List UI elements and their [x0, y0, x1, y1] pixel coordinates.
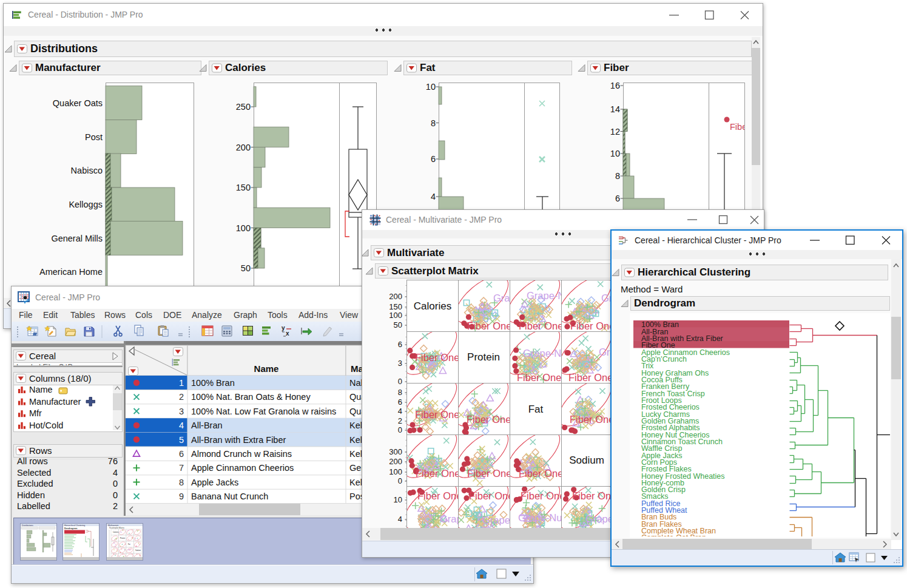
svg-text:Almond Crunch w Raisins: Almond Crunch w Raisins	[191, 449, 292, 459]
svg-text:6: 6	[431, 154, 436, 164]
svg-text:All-Bran with Extra Fiber: All-Bran with Extra Fiber	[191, 435, 286, 445]
svg-text:Fiber One: Fiber One	[415, 409, 459, 420]
svg-text:Calories: Calories	[113, 531, 119, 533]
svg-text:8: 8	[179, 478, 184, 487]
svg-text:Hierarchical Clustering: Hierarchical Clustering	[64, 524, 85, 527]
svg-text:Nabisco: Nabisco	[71, 166, 103, 175]
svg-text:Dendrogram: Dendrogram	[64, 527, 77, 530]
svg-text:50: 50	[394, 320, 402, 329]
svg-text:American Home: American Home	[39, 267, 103, 277]
svg-text:10: 10	[610, 149, 620, 158]
svg-text:50: 50	[241, 263, 251, 273]
svg-text:Fiber One: Fiber One	[469, 490, 513, 501]
svg-text:9: 9	[179, 492, 184, 501]
svg-text:0: 0	[398, 425, 402, 434]
svg-text:Fat: Fat	[128, 543, 130, 546]
svg-text:Apple Jacks: Apple Jacks	[191, 478, 238, 487]
svg-text:6: 6	[615, 194, 620, 203]
svg-text:16: 16	[610, 81, 620, 90]
svg-text:250: 250	[236, 102, 251, 112]
svg-text:Multivariate: Multivariate	[108, 524, 118, 527]
svg-text:1: 1	[179, 378, 184, 388]
svg-text:100% Nat. Low Fat Granola w ra: 100% Nat. Low Fat Granola w raisins	[191, 407, 336, 416]
svg-text:150: 150	[389, 302, 402, 311]
svg-text:Fiber One: Fiber One	[519, 320, 563, 331]
svg-text:100: 100	[236, 223, 251, 233]
svg-text:100: 100	[389, 311, 402, 320]
svg-text:4: 4	[431, 192, 436, 201]
svg-text:3: 3	[398, 359, 402, 368]
svg-text:Calories: Calories	[414, 300, 451, 312]
svg-text:100% Bran: 100% Bran	[191, 378, 235, 388]
svg-text:Fiber One: Fiber One	[570, 414, 614, 425]
svg-text:4: 4	[179, 421, 184, 430]
svg-text:Quaker Oats: Quaker Oats	[53, 98, 103, 108]
svg-text:3: 3	[179, 407, 184, 416]
svg-text:0: 0	[398, 476, 402, 485]
svg-text:6: 6	[398, 340, 402, 349]
svg-text:Fiber One: Fiber One	[570, 320, 615, 331]
svg-text:Post: Post	[85, 132, 103, 142]
svg-text:Sodium: Sodium	[135, 549, 141, 552]
svg-text:7: 7	[179, 463, 184, 473]
svg-text:Fiber One: Fiber One	[519, 468, 563, 479]
svg-text:8: 8	[615, 171, 620, 181]
svg-text:100% Nat. Bran Oats & Honey: 100% Nat. Bran Oats & Honey	[191, 392, 311, 402]
svg-text:Protein: Protein	[120, 537, 126, 539]
svg-text:Scatterplot Matrix: Scatterplot Matrix	[109, 527, 124, 529]
svg-text:Distributions: Distributions	[22, 524, 33, 527]
svg-text:Fiber One: Fiber One	[416, 468, 460, 479]
svg-text:Fat: Fat	[528, 404, 544, 415]
svg-text:300: 300	[389, 447, 402, 456]
svg-text:5: 5	[179, 435, 184, 445]
svg-text:150: 150	[236, 183, 251, 192]
svg-text:14: 14	[610, 104, 620, 114]
svg-text:Banana Nut Crunch: Banana Nut Crunch	[191, 492, 268, 501]
svg-text:Fiber One: Fiber One	[467, 468, 511, 479]
svg-text:8: 8	[431, 118, 436, 128]
svg-text:Apple Cinnamon Cheerios: Apple Cinnamon Cheerios	[191, 463, 294, 473]
svg-text:Fiber One: Fiber One	[521, 490, 565, 501]
svg-text:Fiber One: Fiber One	[467, 320, 511, 331]
svg-text:Fiber One: Fiber One	[417, 490, 462, 501]
svg-text:0: 0	[398, 377, 402, 386]
svg-text:Fiber One: Fiber One	[568, 372, 613, 383]
svg-text:200: 200	[389, 292, 402, 301]
svg-text:Fiber One: Fiber One	[467, 414, 511, 425]
svg-text:100: 100	[389, 467, 402, 476]
svg-text:Name: Name	[254, 363, 279, 374]
svg-text:General Mills: General Mills	[51, 234, 103, 243]
svg-text:200: 200	[389, 457, 402, 466]
svg-text:6: 6	[179, 449, 184, 459]
svg-text:12: 12	[610, 127, 620, 137]
svg-text:Fiber One: Fiber One	[517, 372, 561, 383]
svg-text:4: 4	[398, 515, 402, 524]
svg-text:Fiber One: Fiber One	[415, 352, 459, 363]
svg-text:2: 2	[398, 416, 402, 425]
svg-text:6: 6	[398, 397, 402, 407]
svg-text:4: 4	[398, 407, 402, 416]
svg-text:200: 200	[236, 143, 251, 152]
svg-text:10: 10	[394, 495, 402, 504]
svg-text:Kelloggs: Kelloggs	[69, 200, 103, 209]
svg-text:All-Bran: All-Bran	[191, 421, 223, 430]
svg-text:10: 10	[426, 82, 436, 92]
svg-text:8: 8	[398, 388, 402, 397]
svg-text:Protein: Protein	[467, 351, 500, 363]
svg-text:Sodium: Sodium	[569, 455, 604, 466]
svg-text:2: 2	[179, 392, 184, 402]
